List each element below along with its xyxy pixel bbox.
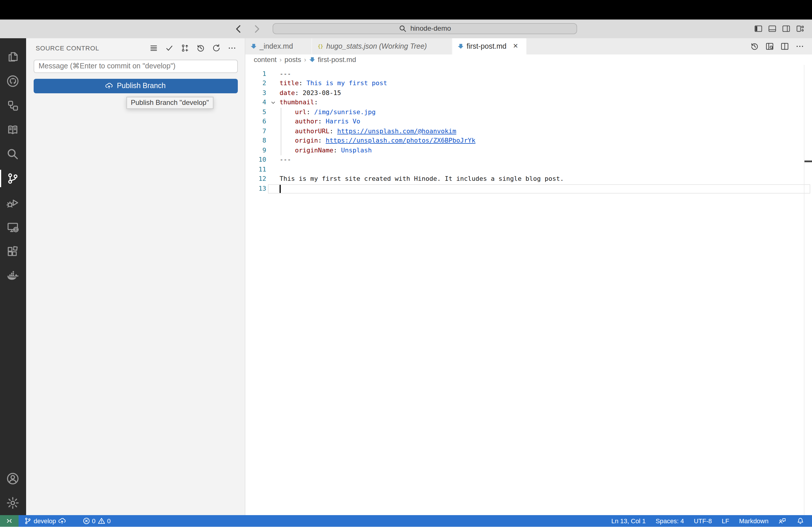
vscode-window: hinode-demo SOURCE CONTROL Publish Branc… (0, 0, 812, 527)
activity-bar-item-remote-explorer[interactable] (0, 215, 26, 239)
history-icon[interactable] (196, 43, 205, 53)
cloud-upload-icon (105, 82, 113, 90)
commit-check-icon[interactable] (164, 43, 174, 53)
code-text: date: 2023-08-15 (279, 88, 341, 98)
line-number: 3 (245, 88, 266, 98)
status-label: Markdown (739, 517, 769, 524)
cloud-upload-icon (58, 517, 66, 525)
commit-message-input[interactable] (33, 59, 237, 73)
docker-icon (6, 269, 20, 283)
activity-bar-item-accounts[interactable] (0, 466, 26, 491)
branch-status-item[interactable]: develop (18, 515, 70, 527)
layout-panel-icon[interactable] (768, 24, 777, 33)
status-notifications[interactable] (792, 515, 809, 527)
activity-bar-item-github[interactable] (0, 69, 26, 93)
breadcrumb-item-content[interactable]: content (254, 55, 277, 63)
files-icon (6, 49, 20, 63)
code-line-11: 11 (245, 165, 812, 175)
activity-bar-item-source-control[interactable] (0, 166, 26, 190)
code-line-8: 8 origin: https://unsplash.com/photos/ZX… (245, 136, 812, 146)
activity-bar-spacer (0, 288, 26, 466)
navigate-back-button[interactable] (233, 24, 244, 34)
macos-menubar-strip (0, 0, 812, 19)
activity-bar-item-settings[interactable] (0, 491, 26, 515)
fold-chevron-icon[interactable] (266, 100, 279, 106)
status-language-mode[interactable]: Markdown (735, 515, 773, 527)
status-label: LF (722, 517, 729, 524)
line-number: 8 (245, 136, 266, 146)
extensions-icon (6, 244, 20, 258)
status-end-of-line[interactable]: LF (718, 515, 734, 527)
activity-bar-item-docs[interactable] (0, 117, 26, 142)
code-line-3: 3date: 2023-08-15 (245, 88, 812, 98)
status-feedback[interactable] (774, 515, 791, 527)
code-text: This is my first site created with Hinod… (279, 175, 564, 184)
status-encoding[interactable]: UTF-8 (690, 515, 716, 527)
markdown-icon (457, 43, 464, 49)
view-as-list-icon[interactable] (149, 43, 158, 53)
code-text: authorURL: https://unsplash.com/@hoanvok… (279, 126, 456, 136)
close-icon[interactable]: ✕ (513, 43, 518, 49)
activity-bar-top-padding (0, 38, 26, 44)
feedback-icon (778, 517, 786, 525)
github-icon (6, 74, 20, 88)
book-icon (6, 123, 20, 136)
layout-customize-icon[interactable] (796, 24, 804, 33)
publish-branch-button[interactable]: Publish Branch (33, 78, 237, 93)
line-number: 2 (245, 79, 266, 88)
problems-status-item[interactable]: 0 0 (78, 515, 115, 527)
layout-sidebar-left-icon[interactable] (754, 24, 763, 33)
breadcrumb-item-file[interactable]: first-post.md (318, 55, 356, 63)
code-text: thumbnail: (279, 98, 318, 107)
account-icon (6, 472, 20, 485)
breadcrumb: content›posts›first-post.md (245, 54, 812, 65)
line-number: 7 (245, 126, 266, 136)
editor-content[interactable]: 1---2title: This is my first post3date: … (245, 65, 812, 515)
editor-action-history-icon[interactable] (750, 42, 759, 51)
code-text: url: /img/sunrise.jpg (279, 107, 376, 117)
code-text: --- (279, 69, 291, 79)
status-cursor-position[interactable]: Ln 13, Col 1 (607, 515, 650, 527)
branch-create-icon[interactable] (180, 43, 189, 53)
tab-_index.md[interactable]: _index.md (245, 38, 312, 54)
overview-ruler-cursor-mark (804, 160, 812, 162)
activity-bar-item-docker[interactable] (0, 264, 26, 288)
tab-hugo_stats.json[interactable]: {}hugo_stats.json (Working Tree) (312, 38, 452, 54)
status-indentation[interactable]: Spaces: 4 (652, 515, 688, 527)
line-number: 13 (245, 184, 266, 194)
status-bar: develop 0 0 Ln 13, Col 1Spaces: 4UTF-8LF… (0, 515, 812, 527)
remote-icon (5, 517, 13, 525)
editor-action-split-editor-icon[interactable] (780, 42, 789, 51)
error-icon (82, 517, 90, 525)
code-text: title: This is my first post (279, 79, 387, 88)
chevron-right-icon: › (303, 56, 306, 63)
code-line-4: 4thumbnail: (245, 98, 812, 107)
editor-action-more-icon[interactable] (795, 42, 804, 51)
activity-bar-item-references[interactable] (0, 93, 26, 117)
command-center-search[interactable]: hinode-demo (273, 23, 577, 34)
more-icon[interactable] (227, 43, 236, 53)
code-line-12: 12This is my first site created with Hin… (245, 175, 812, 184)
activity-bar-item-extensions[interactable] (0, 239, 26, 264)
text-cursor (279, 184, 280, 193)
refresh-icon[interactable] (212, 43, 221, 53)
editor-group: _index.md{}hugo_stats.json (Working Tree… (245, 38, 812, 515)
workspace-title: hinode-demo (410, 24, 451, 32)
tab-first-post.md[interactable]: first-post.md✕ (452, 38, 526, 54)
editor-action-open-preview-icon[interactable] (765, 42, 774, 51)
layout-controls (754, 24, 804, 33)
activity-bar-item-explorer[interactable] (0, 44, 26, 69)
code-text: author: Harris Vo (279, 117, 360, 126)
tab-label: first-post.md (467, 42, 507, 50)
activity-bar-item-run-debug[interactable] (0, 190, 26, 215)
remote-indicator[interactable] (0, 515, 18, 527)
remote-explorer-icon (6, 220, 20, 234)
code-text: originName: Unsplash (279, 146, 372, 155)
layout-sidebar-right-icon[interactable] (782, 24, 791, 33)
activity-bar-item-search[interactable] (0, 142, 26, 166)
breadcrumb-item-posts[interactable]: posts (285, 55, 301, 63)
code-text: --- (279, 155, 291, 165)
markdown-icon (309, 56, 316, 63)
navigate-forward-button[interactable] (252, 24, 262, 34)
search-icon (399, 24, 407, 33)
